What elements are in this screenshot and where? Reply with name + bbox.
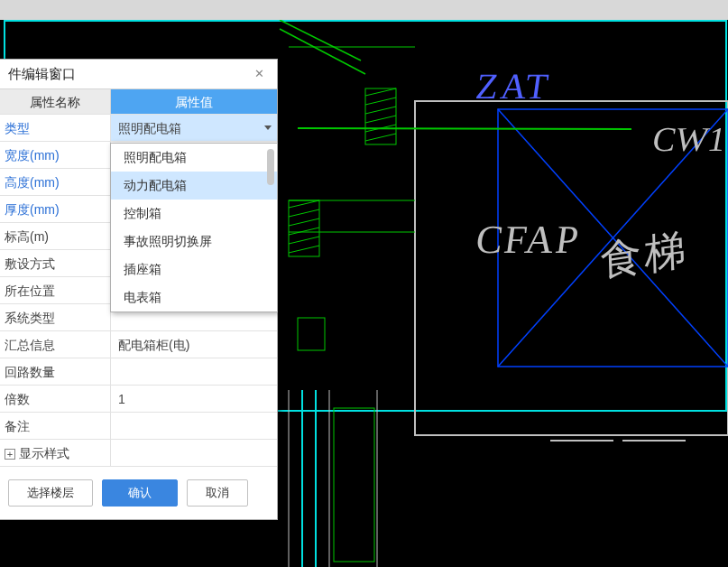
property-row[interactable]: 备注 — [0, 412, 277, 439]
svg-line-12 — [365, 107, 396, 114]
select-floor-button[interactable]: 选择楼层 — [8, 479, 93, 507]
property-grid-header: 属性名称 属性值 — [0, 88, 277, 114]
cad-label-cfap: CFAP — [473, 217, 583, 263]
property-label: 倍数 — [0, 386, 111, 412]
dropdown-option[interactable]: 照明配电箱 — [111, 144, 277, 172]
property-value[interactable]: 配电箱柜(电) — [111, 331, 277, 358]
property-row[interactable]: 倍数1 — [0, 385, 277, 412]
svg-line-10 — [365, 88, 396, 96]
ok-button[interactable]: 确认 — [102, 479, 178, 507]
svg-line-30 — [280, 20, 361, 60]
header-name: 属性名称 — [0, 89, 111, 114]
property-row[interactable]: 回路数量 — [0, 358, 277, 385]
property-value[interactable] — [111, 413, 277, 439]
svg-line-18 — [289, 209, 319, 217]
cad-label-zat: ZAT — [474, 65, 554, 107]
property-label: 敷设方式 — [0, 250, 111, 276]
property-label: 汇总信息 — [0, 331, 111, 358]
property-value[interactable] — [111, 358, 277, 385]
property-label: 标高(m) — [0, 223, 111, 249]
svg-line-17 — [289, 200, 319, 208]
close-icon[interactable] — [250, 65, 268, 83]
top-toolbar-strip — [0, 0, 728, 20]
dropdown-option[interactable]: 插座箱 — [111, 256, 277, 284]
property-row[interactable]: 类型照明配电箱 — [0, 114, 277, 141]
svg-line-20 — [289, 228, 319, 235]
svg-rect-29 — [334, 408, 374, 562]
property-label: +显示样式 — [0, 440, 111, 466]
dropdown-option[interactable]: 控制箱 — [111, 200, 277, 228]
dropdown-option[interactable]: 电表箱 — [111, 284, 277, 311]
cancel-button[interactable]: 取消 — [187, 479, 248, 507]
dropdown-option[interactable]: 事故照明切换屏 — [111, 228, 277, 256]
svg-rect-23 — [298, 318, 325, 350]
property-row[interactable]: 汇总信息配电箱柜(电) — [0, 330, 277, 358]
property-value[interactable]: 照明配电箱 — [111, 115, 277, 141]
property-label: 宽度(mm) — [0, 142, 111, 168]
dropdown-option[interactable]: 动力配电箱 — [111, 172, 277, 200]
cad-label-cw1: CW1 — [650, 119, 728, 159]
header-value: 属性值 — [111, 89, 277, 114]
property-label: 备注 — [0, 413, 111, 439]
property-label: 回路数量 — [0, 358, 111, 385]
svg-line-13 — [365, 116, 396, 123]
svg-line-11 — [365, 98, 396, 105]
svg-line-19 — [289, 218, 319, 226]
property-label: 所在位置 — [0, 277, 111, 303]
svg-line-22 — [289, 246, 319, 253]
type-dropdown[interactable]: 照明配电箱动力配电箱控制箱事故照明切换屏插座箱电表箱 — [110, 143, 278, 312]
svg-line-15 — [365, 134, 396, 141]
chevron-down-icon[interactable] — [264, 125, 272, 130]
dialog-title: 件编辑窗口 — [8, 60, 76, 88]
dialog-titlebar[interactable]: 件编辑窗口 — [0, 60, 277, 88]
expand-icon[interactable]: + — [5, 449, 15, 460]
property-label: 厚度(mm) — [0, 196, 111, 222]
property-label: 高度(mm) — [0, 169, 111, 195]
property-label: 系统类型 — [0, 304, 111, 330]
svg-line-21 — [289, 237, 319, 244]
dialog-footer: 选择楼层 确认 取消 — [0, 466, 277, 519]
property-value[interactable]: 1 — [111, 386, 277, 412]
property-row[interactable]: +显示样式 — [0, 439, 277, 466]
property-label: 类型 — [0, 115, 111, 141]
property-value[interactable] — [111, 440, 277, 466]
svg-line-31 — [280, 29, 365, 74]
svg-line-5 — [298, 128, 631, 129]
